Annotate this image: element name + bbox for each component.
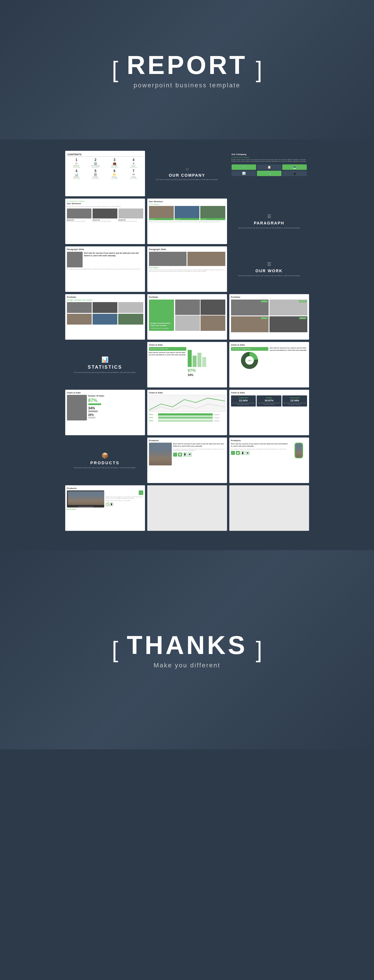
chart3-subtitle: Number Of Sales xyxy=(88,395,104,397)
paragraph1-small: By a small town of great and enthusiasti… xyxy=(67,268,143,270)
chart2-left: The summary of company report 23% xyxy=(231,347,269,369)
portfolio2-img-2 xyxy=(201,299,225,315)
slides-area: CONTENTS 1 ⊙ Welcome Unique design 2 🏢 xyxy=(0,139,374,544)
portfolio1-img-3 xyxy=(118,302,143,313)
portfolio2-caption-col: Energy, Communication, clarity and restr… xyxy=(149,299,174,331)
portfolio3-img-2: INTERIOR xyxy=(270,299,307,315)
products-dark-title: PRODUCTS xyxy=(90,461,120,465)
bar-3 xyxy=(197,353,201,367)
contents-item-6: 5 🖼 Portfolio Unique design xyxy=(86,169,104,179)
chart3-right: Number Of Sales 87% 34% xyxy=(88,395,104,420)
products2-icon-2: 📋 xyxy=(178,453,182,457)
products-2-slide: Products Don't aim for success if you wa… xyxy=(147,438,227,483)
slide-row-3: Paragraph Slide Don't aim for success if… xyxy=(20,247,354,292)
portfolio3-img-1: INTERIOR xyxy=(231,299,269,315)
contents-num-1: 1 xyxy=(67,158,86,162)
portfolio2-subcaption: A perfect blend of creativities xyxy=(151,328,172,329)
portfolio1-img-5 xyxy=(93,314,117,325)
products3-content: Don't aim for success if you want it; ju… xyxy=(231,442,307,458)
products3-title: Products xyxy=(231,439,307,442)
chart1-content: The summary of company report Don't aim … xyxy=(149,347,225,377)
services2-title: Our Services xyxy=(149,200,225,203)
chart2-donut: 23% xyxy=(241,352,258,369)
chart5-title: Chart & Data xyxy=(231,391,307,394)
products2-title: Products xyxy=(149,439,225,442)
icon-box-2: 📋 xyxy=(257,164,281,170)
chart3-pct1-row: 87% xyxy=(88,398,104,405)
bar-4 xyxy=(202,357,206,367)
chart1-pct1-row: 87% xyxy=(188,368,225,373)
products2-icon-3: 📱 xyxy=(183,453,187,457)
paragraph1-title: Paragraph Slide xyxy=(67,248,143,251)
services1-subtitle: An Awesome Company xyxy=(67,200,143,202)
products4-icons-row: 📋 📱 xyxy=(105,503,143,506)
products4-icon: 🛒 xyxy=(139,490,143,495)
thanks-bracket-left: [ xyxy=(112,638,118,661)
chart5-col-2: Quality 34-67% By a small town of great … xyxy=(257,395,281,407)
paragraph2-title: Paragraph Slide xyxy=(149,248,225,251)
main-wrapper: [ REPORT powerpoint business template ] … xyxy=(0,0,374,749)
products3-icon-4: 💻 xyxy=(246,451,249,455)
products3-icon-1: 🛒 xyxy=(231,451,235,455)
slide-row-4: Portfolio Design, develop, and create...… xyxy=(20,294,354,340)
portfolio2-title: Portfolio xyxy=(149,296,225,298)
slide-row-5: 📊 STATISTICS Don't aim for success if yo… xyxy=(20,342,354,387)
statistics-title: STATISTICS xyxy=(88,365,122,370)
chart2-title: Chart & Data xyxy=(231,344,307,346)
service1-photo-1 xyxy=(67,208,92,218)
chart3-pct2-row: 34% xyxy=(88,406,104,412)
portfolio3-title: Portfolio xyxy=(231,296,307,298)
service1-item-3: Service 03 By faith I mean a vision of g… xyxy=(118,208,143,222)
chart1-summary-box: The summary of company report xyxy=(149,347,187,351)
portfolio1-grid xyxy=(67,302,143,325)
hero-subtitle: powerpoint business template xyxy=(127,82,247,89)
chart1-pct1: 87% xyxy=(188,368,196,373)
services2-img-grid: Service 01 Service 02 Service 03 xyxy=(149,206,225,220)
chart2-content: The summary of company report 23% Don't … xyxy=(231,347,307,369)
slide-row-7: 📦 PRODUCTS Don't aim for success if you … xyxy=(20,438,354,483)
contents-item-7: 6 📁 Projects Unique design xyxy=(105,169,124,179)
services1-desc: By faith I mean a vision of good so one … xyxy=(67,206,143,207)
contents-item-8: 7 ✉ Contact Unique design xyxy=(125,169,143,179)
chart4-svg xyxy=(149,395,225,412)
chart4-bar-row-2: 100% Category xyxy=(149,417,225,419)
thanks-bracket-right: ] xyxy=(256,638,262,661)
our-company-right-text: By faith I mean a vision of good so one … xyxy=(232,159,307,163)
our-services-2-slide: Our Services Our Company Service 01 Serv… xyxy=(147,199,227,244)
portfolio1-tagline: Design, develop, and create.... xyxy=(67,299,143,301)
our-company-icon-grid: 🛒 📋 💻 📊 🔧 📱 xyxy=(232,164,307,176)
chart3-bar-3 xyxy=(88,417,96,418)
our-company-right-subtitle: An Awesome Company xyxy=(232,156,307,158)
chart1-title: Chart & Data xyxy=(149,344,225,346)
portfolio1-img-1 xyxy=(67,302,92,313)
bracket-left: [ xyxy=(112,58,118,81)
products4-icon-3: 📱 xyxy=(110,503,113,506)
portfolio2-caption: Energy, Communication, clarity and restr… xyxy=(151,322,172,327)
products3-phone-frame xyxy=(294,442,303,458)
portfolio3-img-4: INTERIOR xyxy=(270,316,307,332)
chart3-bar-1 xyxy=(88,403,101,405)
chart1-left: The summary of company report Don't aim … xyxy=(149,347,187,377)
service1-item-1: Service 01 By faith I mean a vision of g… xyxy=(67,208,92,222)
products2-icon-4: 💻 xyxy=(188,453,192,457)
products4-icon-2: 📋 xyxy=(105,503,109,506)
portfolio-1-slide: Portfolio Design, develop, and create...… xyxy=(65,294,145,340)
portfolio-2-slide: Portfolio Energy, Communication, clarity… xyxy=(147,294,227,340)
portfolio1-title: Portfolio xyxy=(67,296,143,298)
chart-data-1-slide: Chart & Data The summary of company repo… xyxy=(147,342,227,387)
chart1-big-text: Don't aim for success if you want it; ju… xyxy=(149,352,187,356)
service1-photo-3 xyxy=(118,208,143,218)
portfolio1-img-4 xyxy=(67,314,92,325)
portfolio1-img-6 xyxy=(118,314,143,325)
products4-content: Our Product 🛒 By faith I mean a vision o… xyxy=(67,490,143,511)
contents-item-2: 2 🏢 Our Company Unique design xyxy=(86,158,104,168)
paragraph1-text: Don't aim for success if you want it; ju… xyxy=(84,252,143,267)
empty-slide-1 xyxy=(147,485,227,531)
chart3-img xyxy=(67,395,87,420)
services1-title: Our Services xyxy=(67,202,143,205)
company-star-icon: ☆ xyxy=(185,166,189,172)
portfolio2-img-4 xyxy=(201,315,225,331)
our-work-title: OUR WORK xyxy=(256,269,283,273)
our-company-right-title: Our Company xyxy=(232,153,307,156)
portfolio-3-slide: Portfolio INTERIOR INTERIOR xyxy=(229,294,309,340)
